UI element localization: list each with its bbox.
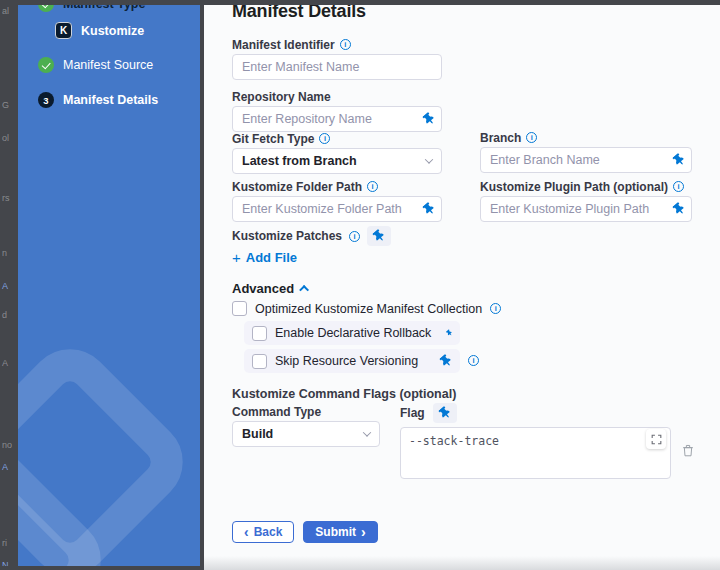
runtime-input-pin-button[interactable] [433, 403, 457, 423]
manifest-details-form: Manifest Details Manifest Identifier Rep… [204, 5, 720, 570]
kustomize-plugin-path-input[interactable] [480, 196, 692, 222]
info-icon[interactable] [490, 303, 501, 314]
chevron-left-icon: ‹ [244, 527, 249, 537]
add-file-label: Add File [246, 250, 297, 265]
runtime-input-pin-icon[interactable] [444, 327, 455, 339]
skip-versioning-label: Skip Resource Versioning [275, 354, 418, 368]
add-file-button[interactable]: + Add File [232, 250, 297, 265]
backdrop-text-fragment: ri [2, 538, 7, 548]
backdrop-text-fragment: no [2, 440, 12, 450]
declarative-rollback-label: Enable Declarative Rollback [275, 326, 431, 340]
backdrop-text-fragment: d [2, 310, 7, 320]
kustomize-folder-path-label: Kustomize Folder Path [232, 180, 362, 194]
info-icon[interactable] [673, 181, 684, 192]
step-label: Manifest Type [63, 5, 145, 11]
repository-name-input[interactable] [232, 106, 442, 132]
step-manifest-source[interactable]: Manifest Source [38, 57, 153, 73]
advanced-section-toggle[interactable]: Advanced [232, 281, 309, 296]
info-icon[interactable] [340, 39, 351, 50]
wizard-stepper-panel: Manifest Type K Kustomize Manifest Sourc… [18, 5, 200, 566]
runtime-input-pin-icon[interactable] [438, 353, 455, 370]
info-icon[interactable] [319, 133, 330, 144]
chevron-down-icon [425, 155, 433, 163]
step-complete-check-icon [38, 5, 54, 12]
info-icon[interactable] [349, 231, 360, 242]
step-manifest-details[interactable]: 3 Manifest Details [38, 92, 158, 108]
plus-icon: + [232, 251, 241, 264]
kustomize-plugin-path-label: Kustomize Plugin Path (optional) [480, 180, 668, 194]
chevron-down-icon [363, 428, 371, 436]
page-title: Manifest Details [232, 5, 366, 22]
submit-button-label: Submit [315, 525, 356, 539]
backdrop-text-fragment: rs [2, 193, 10, 203]
step-label: Kustomize [81, 24, 144, 38]
skip-versioning-checkbox[interactable] [252, 354, 267, 369]
git-fetch-type-label: Git Fetch Type [232, 132, 314, 146]
flag-label: Flag [400, 406, 425, 420]
declarative-rollback-checkbox[interactable] [252, 326, 267, 341]
manifest-identifier-input[interactable] [232, 54, 442, 80]
back-button-label: Back [254, 525, 283, 539]
repository-name-label: Repository Name [232, 90, 331, 104]
flag-value-textarea[interactable]: --stack-trace [400, 427, 671, 479]
step-label: Manifest Source [63, 58, 153, 72]
back-button[interactable]: ‹ Back [232, 521, 294, 543]
kustomize-patches-label: Kustomize Patches [232, 229, 342, 243]
kustomize-icon: K [55, 22, 72, 39]
expand-editor-button[interactable] [646, 429, 666, 449]
chevron-up-icon [299, 285, 309, 295]
step-manifest-type[interactable]: Manifest Type [38, 5, 145, 12]
dimmed-page-bottom-strip [0, 566, 204, 570]
command-flags-section-label: Kustomize Command Flags (optional) [232, 387, 456, 401]
backdrop-text-fragment: A [2, 462, 8, 472]
submit-button[interactable]: Submit › [303, 521, 377, 543]
trash-icon [682, 444, 694, 457]
step-number-badge: 3 [38, 92, 54, 108]
backdrop-text-fragment: G [2, 100, 9, 110]
backdrop-text-fragment: A [2, 358, 8, 368]
info-icon[interactable] [367, 181, 378, 192]
backdrop-text-fragment: n [2, 248, 7, 258]
delete-flag-button[interactable] [682, 443, 694, 461]
branch-input[interactable] [480, 147, 692, 173]
advanced-title: Advanced [232, 281, 294, 296]
kustomize-manifest-wizard-drawer: alGolrsnAdAnoAriN Manifest Type K Kustom… [0, 0, 720, 570]
optimized-collection-checkbox[interactable] [232, 301, 247, 316]
command-type-label: Command Type [232, 405, 321, 419]
runtime-input-pin-icon [436, 405, 453, 422]
step-sub-kustomize[interactable]: K Kustomize [55, 22, 144, 39]
command-type-select[interactable]: Build [232, 421, 380, 447]
git-fetch-type-select[interactable]: Latest from Branch [232, 148, 442, 174]
optimized-collection-label: Optimized Kustomize Manifest Collection [255, 302, 482, 316]
kustomize-folder-path-input[interactable] [232, 196, 442, 222]
command-type-value: Build [242, 427, 273, 441]
runtime-input-pin-button[interactable] [367, 226, 391, 246]
expand-icon [651, 434, 662, 445]
branch-label: Branch [480, 131, 521, 145]
step-label: Manifest Details [63, 93, 158, 107]
backdrop-text-fragment: A [2, 281, 8, 291]
backdrop-text-fragment: ol [2, 133, 9, 143]
dimmed-page-backdrop: alGolrsnAdAnoAriN [0, 0, 18, 570]
step-complete-check-icon [38, 57, 54, 73]
runtime-input-pin-icon [371, 228, 388, 245]
backdrop-text-fragment: al [2, 6, 9, 16]
git-fetch-type-value: Latest from Branch [242, 154, 357, 168]
chevron-right-icon: › [361, 527, 366, 537]
info-icon[interactable] [468, 355, 479, 366]
info-icon[interactable] [526, 132, 537, 143]
manifest-identifier-label: Manifest Identifier [232, 38, 335, 52]
